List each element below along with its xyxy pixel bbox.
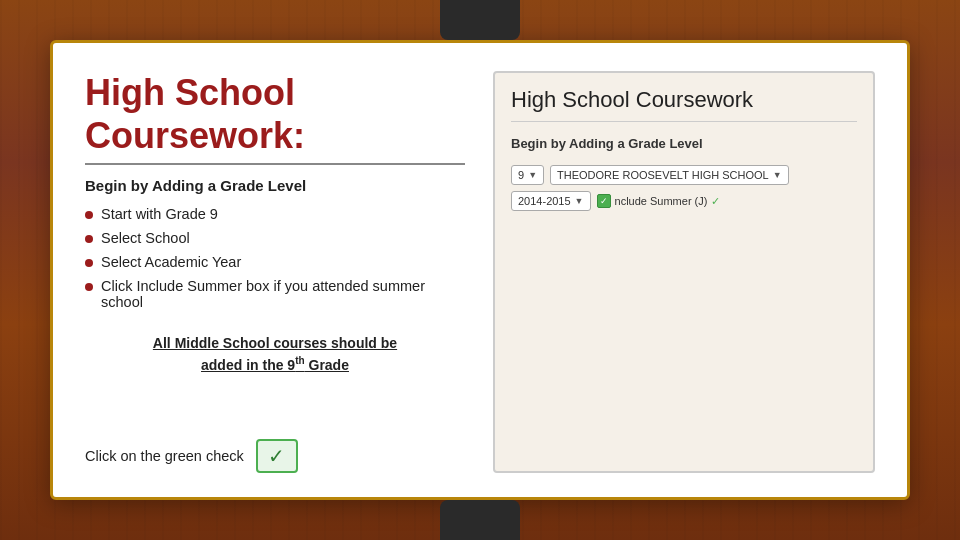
mockup-year-value: 2014-2015 (518, 195, 571, 207)
mockup-school-dropdown[interactable]: THEODORE ROOSEVELT HIGH SCHOOL ▼ (550, 165, 789, 185)
wood-background: High School Coursework: Begin by Adding … (0, 0, 960, 540)
mockup-include-summer-row: ✓ nclude Summer (J) ✓ (597, 194, 721, 208)
bullet-text-3: Select Academic Year (101, 254, 241, 270)
bullet-list: Start with Grade 9 Select School Select … (85, 206, 465, 318)
list-item: Click Include Summer box if you attended… (85, 278, 465, 310)
footer-line2: added in the 9 (201, 357, 295, 373)
chevron-down-icon: ▼ (575, 196, 584, 206)
mockup-year-dropdown[interactable]: 2014-2015 ▼ (511, 191, 591, 211)
green-check-label: Click on the green check (85, 448, 244, 464)
bullet-text-2: Select School (101, 230, 190, 246)
mockup-grade-value: 9 (518, 169, 524, 181)
right-column-mockup: High School Coursework Begin by Adding a… (493, 71, 875, 473)
bullet-dot (85, 211, 93, 219)
title-line1: High School (85, 72, 295, 113)
footer-line1: All Middle School courses should be (153, 335, 397, 351)
mockup-grade-dropdown[interactable]: 9 ▼ (511, 165, 544, 185)
chevron-down-icon: ▼ (773, 170, 782, 180)
bullet-text-1: Start with Grade 9 (101, 206, 218, 222)
list-item: Start with Grade 9 (85, 206, 465, 222)
left-column: High School Coursework: Begin by Adding … (85, 71, 465, 473)
footer-note: All Middle School courses should be adde… (85, 334, 465, 375)
list-item: Select Academic Year (85, 254, 465, 270)
green-check-symbol: ✓ (268, 444, 285, 468)
chevron-down-icon: ▼ (528, 170, 537, 180)
green-check-row: Click on the green check ✓ (85, 439, 465, 473)
footer-sup: th (295, 355, 304, 366)
bullet-dot (85, 283, 93, 291)
mockup-include-summer-checkbox[interactable]: ✓ (597, 194, 611, 208)
mockup-title: High School Coursework (511, 87, 857, 122)
checkmark-icon: ✓ (711, 195, 720, 208)
green-check-box: ✓ (256, 439, 298, 473)
list-item: Select School (85, 230, 465, 246)
bullet-dot (85, 235, 93, 243)
mockup-subtitle: Begin by Adding a Grade Level (511, 136, 857, 151)
top-strip (440, 0, 520, 40)
bullet-text-4: Click Include Summer box if you attended… (101, 278, 465, 310)
mockup-school-value: THEODORE ROOSEVELT HIGH SCHOOL (557, 169, 769, 181)
slide-title: High School Coursework: (85, 71, 465, 165)
bottom-strip (440, 500, 520, 540)
slide-subtitle: Begin by Adding a Grade Level (85, 177, 465, 194)
slide-card: High School Coursework: Begin by Adding … (50, 40, 910, 500)
bullet-dot (85, 259, 93, 267)
mockup-controls: 9 ▼ THEODORE ROOSEVELT HIGH SCHOOL ▼ 201… (511, 165, 857, 211)
mockup-include-summer-label: nclude Summer (J) (615, 195, 708, 207)
footer-line3: Grade (305, 357, 349, 373)
title-line2: Coursework: (85, 115, 305, 156)
